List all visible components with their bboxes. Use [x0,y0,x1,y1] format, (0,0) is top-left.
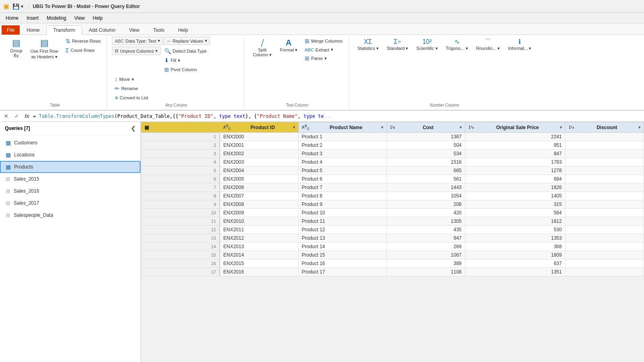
cell-product-name[interactable]: Product 6 [298,175,386,183]
cell-product-name[interactable]: Product 5 [298,167,386,175]
standard-button[interactable]: Σ÷ Standard ▾ [383,37,412,53]
col-header-cost[interactable]: 1²₃ Cost ▾ [386,122,465,133]
cell-original-sale-price[interactable]: 637 [465,259,565,268]
cell-product-name[interactable]: Product 9 [298,200,386,209]
sidebar-item-salespeople[interactable]: ⊞ Salespeople_Data [0,209,140,221]
cell-product-id[interactable]: ENX2001 [220,141,298,150]
information-button[interactable]: ℹ Informat... ▾ [504,37,535,53]
cell-cost[interactable]: 534 [386,150,465,158]
sidebar-item-customers[interactable]: ▦ Customers [0,137,140,149]
cell-product-id[interactable]: ENX2009 [220,209,298,217]
tab-view[interactable]: View [122,25,147,35]
cell-cost[interactable]: 1067 [386,251,465,259]
cell-product-name[interactable]: Product 15 [298,251,386,259]
cell-product-id[interactable]: ENX2003 [220,158,298,167]
cell-cost[interactable]: 420 [386,209,465,217]
cell-original-sale-price[interactable]: 530 [465,226,565,234]
cell-product-id[interactable]: ENX2006 [220,183,298,192]
col-filter-product-name[interactable]: ▾ [381,125,383,130]
tab-tools[interactable]: Tools [146,25,171,35]
cell-discount[interactable] [565,167,644,175]
cell-product-name[interactable]: Product 14 [298,243,386,251]
cell-cost[interactable]: 435 [386,226,465,234]
replace-values-button[interactable]: ↔ Replace Values ▾ [164,37,210,45]
move-button[interactable]: ↕ Move ▾ [112,75,151,84]
formula-confirm-button[interactable]: ✓ [12,112,21,121]
col-header-product-id[interactable]: ABC Product ID ▾ [220,122,298,133]
menu-insert[interactable]: Insert [23,14,43,22]
cell-original-sale-price[interactable]: 1353 [465,234,565,243]
cell-product-id[interactable]: ENX2013 [220,243,298,251]
menu-view[interactable]: View [70,14,89,22]
cell-cost[interactable]: 1108 [386,268,465,276]
sidebar-collapse-button[interactable]: ❮ [131,125,136,132]
tab-file[interactable]: File [2,25,20,35]
tab-add-column[interactable]: Add Column [82,25,122,35]
cell-original-sale-price[interactable]: 1783 [465,158,565,167]
cell-discount[interactable] [565,200,644,209]
menu-home[interactable]: Home [2,14,23,22]
cell-original-sale-price[interactable]: 584 [465,209,565,217]
col-header-original-sale-price[interactable]: 1²₃ Original Sale Price ▾ [465,122,565,133]
cell-original-sale-price[interactable]: 2241 [465,133,565,141]
rounding-button[interactable]: ⌒ Roundin... ▾ [473,37,504,53]
cell-discount[interactable] [565,259,644,268]
col-filter-discount[interactable]: ▾ [638,125,640,130]
sidebar-item-sales2017[interactable]: ⊞ Sales_2017 [0,197,140,209]
formula-fx-button[interactable]: fx [23,112,31,121]
cell-discount[interactable] [565,150,644,158]
col-filter-original-sale-price[interactable]: ▾ [560,125,562,130]
cell-cost[interactable]: 389 [386,259,465,268]
sidebar-item-sales2015[interactable]: ⊞ Sales_2015 [0,173,140,185]
reverse-rows-button[interactable]: ⇅ Reverse Rows [63,37,104,45]
cell-discount[interactable] [565,243,644,251]
cell-original-sale-price[interactable]: 1405 [465,192,565,200]
cell-product-name[interactable]: Product 7 [298,183,386,192]
tab-home[interactable]: Home [20,25,46,35]
cell-original-sale-price[interactable]: 1278 [465,167,565,175]
cell-discount[interactable] [565,234,644,243]
cell-product-name[interactable]: Product 10 [298,209,386,217]
cell-product-id[interactable]: ENX2014 [220,251,298,259]
unpivot-columns-button[interactable]: ⊟ Unpivot Columns ▾ [112,47,161,55]
cell-product-id[interactable]: ENX2008 [220,200,298,209]
col-filter-product-id[interactable]: ▾ [293,125,295,130]
formula-cancel-button[interactable]: ✕ [2,112,10,121]
cell-cost[interactable]: 208 [386,200,465,209]
cell-product-id[interactable]: ENX2002 [220,150,298,158]
cell-product-name[interactable]: Product 16 [298,259,386,268]
cell-cost[interactable]: 269 [386,243,465,251]
pivot-column-button[interactable]: ⊞ Pivot Column [161,65,210,74]
cell-product-id[interactable]: ENX2012 [220,234,298,243]
sidebar-item-locations[interactable]: ▦ Locations [0,149,140,161]
cell-product-id[interactable]: ENX2016 [220,268,298,276]
extract-button[interactable]: ABC Extract ▾ [302,46,345,53]
split-column-button[interactable]: ⧸ SplitColumn ▾ [249,37,275,60]
tab-transform[interactable]: Transform [46,25,82,35]
cell-discount[interactable] [565,217,644,226]
cell-product-id[interactable]: ENX2005 [220,175,298,183]
cell-cost[interactable]: 665 [386,167,465,175]
cell-product-id[interactable]: ENX2000 [220,133,298,141]
cell-product-name[interactable]: Product 4 [298,158,386,167]
cell-discount[interactable] [565,133,644,141]
menu-modeling[interactable]: Modeling [43,14,70,22]
cell-original-sale-price[interactable]: 684 [465,175,565,183]
count-rows-button[interactable]: Σ Count Rows [63,46,104,55]
cell-product-name[interactable]: Product 8 [298,192,386,200]
cell-discount[interactable] [565,209,644,217]
cell-product-id[interactable]: ENX2011 [220,226,298,234]
convert-to-list-button[interactable]: ≡ Convert to List [112,93,151,102]
group-by-button[interactable]: ▤ GroupBy [6,37,26,60]
col-header-product-name[interactable]: ABC Product Name ▾ [298,122,386,133]
trigono-button[interactable]: ∿ Trigono... ▾ [442,37,472,53]
cell-product-id[interactable]: ENX2010 [220,217,298,226]
sidebar-item-products[interactable]: ▦ Products [0,161,140,173]
rename-button[interactable]: ✏ Rename [112,84,151,93]
cell-discount[interactable] [565,192,644,200]
cell-discount[interactable] [565,141,644,150]
grid-icon[interactable]: ▦ [144,125,149,130]
save-icon[interactable]: 💾 [12,3,19,10]
cell-discount[interactable] [565,268,644,276]
sidebar-item-sales2016[interactable]: ⊞ Sales_2016 [0,185,140,197]
